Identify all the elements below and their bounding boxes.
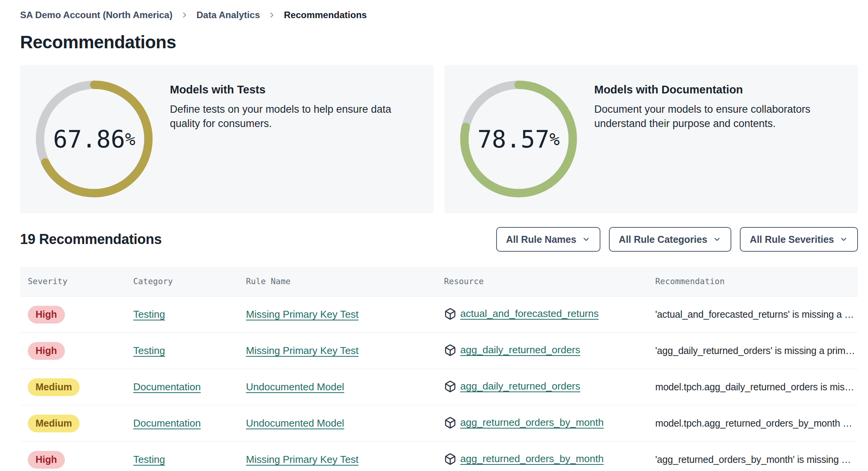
- category-link[interactable]: Documentation: [133, 417, 201, 429]
- rule-name-link[interactable]: Missing Primary Key Test: [246, 454, 358, 465]
- table-row: High Testing Missing Primary Key Test ag…: [20, 441, 858, 471]
- filters: All Rule Names All Rule Categories All R…: [496, 227, 858, 252]
- documentation-card-title: Models with Documentation: [594, 83, 846, 96]
- rule-name-link[interactable]: Missing Primary Key Test: [246, 308, 358, 320]
- resource-name: agg_returned_orders_by_month: [460, 417, 604, 429]
- rule-severities-filter-label: All Rule Severities: [750, 234, 834, 245]
- recommendation-text: model.tpch.agg_returned_orders_by_month …: [655, 418, 858, 429]
- recommendation-text: model.tpch.agg_daily_returned_orders is …: [655, 381, 858, 393]
- recommendations-count-heading: 19 Recommendations: [20, 231, 162, 247]
- model-cube-icon: [444, 344, 456, 356]
- model-cube-icon: [444, 380, 456, 393]
- tests-card-title: Models with Tests: [170, 83, 422, 96]
- severity-badge: High: [28, 342, 65, 360]
- resource-name: agg_returned_orders_by_month: [460, 453, 604, 465]
- breadcrumb-current: Recommendations: [284, 10, 367, 20]
- recommendation-text: 'agg_daily_returned_orders' is missing a…: [655, 345, 858, 356]
- breadcrumb: SA Demo Account (North America) Data Ana…: [20, 8, 858, 22]
- severity-badge: Medium: [28, 415, 80, 432]
- column-header-rule-name: Rule Name: [246, 277, 444, 286]
- column-header-recommendation: Recommendation: [655, 277, 858, 286]
- table-row: Medium Documentation Undocumented Model …: [20, 405, 858, 441]
- category-link[interactable]: Testing: [133, 345, 165, 356]
- models-with-documentation-card: 78.57% Models with Documentation Documen…: [444, 65, 858, 213]
- category-link[interactable]: Documentation: [133, 381, 201, 393]
- models-with-tests-card: 67.86% Models with Tests Define tests on…: [20, 65, 434, 213]
- column-header-resource: Resource: [444, 277, 655, 286]
- tests-percentage: 67.86%: [32, 76, 157, 202]
- severity-badge: Medium: [28, 378, 80, 396]
- resource-name: agg_daily_returned_orders: [460, 344, 580, 356]
- tests-card-text: Models with Tests Define tests on your m…: [170, 83, 434, 131]
- recommendations-page: SA Demo Account (North America) Data Ana…: [20, 0, 858, 471]
- chevron-right-icon: [180, 11, 189, 19]
- category-link[interactable]: Testing: [133, 454, 165, 465]
- resource-link[interactable]: agg_daily_returned_orders: [444, 344, 580, 356]
- resource-link[interactable]: agg_returned_orders_by_month: [444, 453, 604, 465]
- documentation-card-text: Models with Documentation Document your …: [594, 83, 858, 131]
- resource-name: agg_daily_returned_orders: [460, 380, 580, 392]
- chevron-down-icon: [582, 235, 590, 244]
- chevron-down-icon: [839, 235, 848, 244]
- tests-percentage-value: 67.86: [53, 125, 125, 153]
- rule-name-link[interactable]: Undocumented Model: [246, 417, 344, 429]
- resource-link[interactable]: actual_and_forecasted_returns: [444, 308, 598, 320]
- metric-cards: 67.86% Models with Tests Define tests on…: [20, 65, 858, 213]
- documentation-card-description: Document your models to ensure collabora…: [594, 102, 846, 131]
- recommendation-text: 'actual_and_forecasted_returns' is missi…: [655, 309, 858, 320]
- chevron-right-icon: [268, 11, 276, 19]
- documentation-donut-chart: 78.57%: [456, 76, 581, 202]
- model-cube-icon: [444, 453, 456, 465]
- tests-card-description: Define tests on your models to help ensu…: [170, 102, 422, 131]
- breadcrumb-project-link[interactable]: Data Analytics: [197, 10, 260, 20]
- table-row: High Testing Missing Primary Key Test ac…: [20, 296, 858, 332]
- rule-name-link[interactable]: Missing Primary Key Test: [246, 345, 358, 356]
- column-header-severity: Severity: [20, 277, 133, 286]
- table-row: Medium Documentation Undocumented Model …: [20, 369, 858, 405]
- rule-categories-filter-label: All Rule Categories: [619, 234, 707, 245]
- recommendations-toolbar: 19 Recommendations All Rule Names All Ru…: [20, 227, 858, 252]
- tests-donut-chart: 67.86%: [32, 76, 157, 202]
- category-link[interactable]: Testing: [133, 308, 165, 320]
- breadcrumb-account-link[interactable]: SA Demo Account (North America): [20, 10, 173, 20]
- severity-badge: High: [28, 451, 65, 469]
- model-cube-icon: [444, 417, 456, 429]
- recommendation-text: 'agg_returned_orders_by_month' is missin…: [655, 454, 858, 465]
- rule-categories-filter-dropdown[interactable]: All Rule Categories: [609, 227, 731, 252]
- chevron-down-icon: [713, 235, 721, 244]
- rule-names-filter-dropdown[interactable]: All Rule Names: [496, 227, 600, 252]
- rule-name-link[interactable]: Undocumented Model: [246, 381, 344, 393]
- resource-link[interactable]: agg_returned_orders_by_month: [444, 417, 604, 429]
- model-cube-icon: [444, 308, 456, 320]
- rule-names-filter-label: All Rule Names: [506, 234, 576, 245]
- table-row: High Testing Missing Primary Key Test ag…: [20, 332, 858, 369]
- documentation-percentage-value: 78.57: [477, 125, 549, 153]
- page-title: Recommendations: [20, 32, 858, 53]
- column-header-category: Category: [133, 277, 246, 286]
- percent-sign: %: [125, 129, 136, 149]
- rule-severities-filter-dropdown[interactable]: All Rule Severities: [740, 227, 858, 252]
- severity-badge: High: [28, 306, 65, 324]
- resource-link[interactable]: agg_daily_returned_orders: [444, 380, 580, 393]
- percent-sign: %: [549, 129, 560, 149]
- documentation-percentage: 78.57%: [456, 76, 581, 202]
- recommendations-table: Severity Category Rule Name Resource Rec…: [20, 267, 858, 471]
- table-header: Severity Category Rule Name Resource Rec…: [20, 267, 858, 296]
- resource-name: actual_and_forecasted_returns: [460, 308, 598, 320]
